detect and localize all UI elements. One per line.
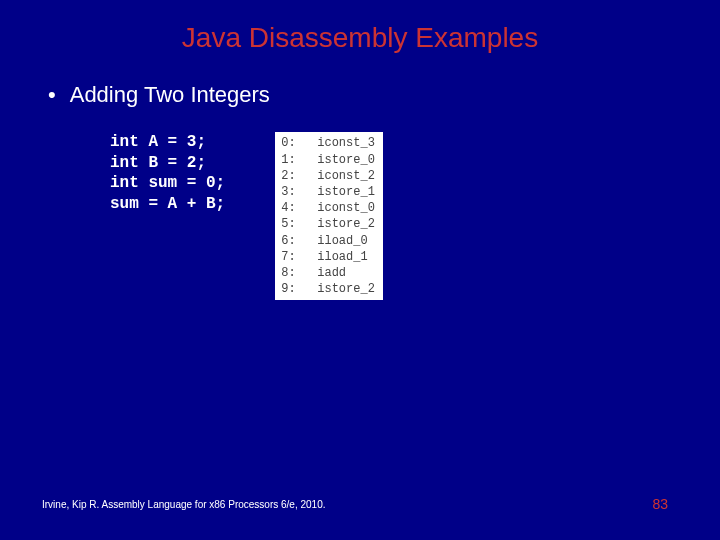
slide-title: Java Disassembly Examples <box>0 0 720 54</box>
bullet-text: Adding Two Integers <box>70 82 270 108</box>
code-row: int A = 3; int B = 2; int sum = 0; sum =… <box>110 132 672 300</box>
bullet-icon: • <box>48 82 56 108</box>
slide-content: • Adding Two Integers int A = 3; int B =… <box>0 54 720 300</box>
java-source-code: int A = 3; int B = 2; int sum = 0; sum =… <box>110 132 225 214</box>
footer-citation: Irvine, Kip R. Assembly Language for x86… <box>42 499 326 510</box>
page-number: 83 <box>652 496 668 512</box>
bytecode-listing: 0: iconst_3 1: istore_0 2: iconst_2 3: i… <box>275 132 383 300</box>
bullet-item: • Adding Two Integers <box>48 82 672 108</box>
